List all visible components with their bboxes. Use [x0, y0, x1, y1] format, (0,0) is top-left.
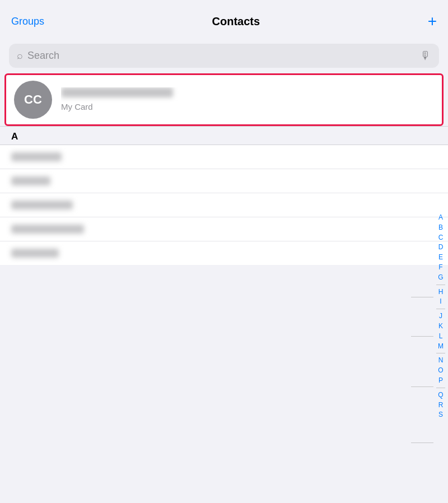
- alpha-letter-O[interactable]: O: [436, 366, 446, 375]
- alpha-letter-G[interactable]: G: [436, 273, 446, 282]
- alpha-letter-L[interactable]: L: [436, 332, 446, 341]
- contact-name-blurred: [11, 201, 73, 209]
- my-card-item[interactable]: CC My Card: [4, 73, 444, 126]
- section-header-a: A: [0, 126, 448, 145]
- alpha-letter-K[interactable]: K: [436, 322, 446, 331]
- alpha-letter-Q[interactable]: Q: [436, 390, 446, 400]
- alpha-letter-M[interactable]: M: [436, 342, 446, 351]
- alpha-letter-F[interactable]: F: [436, 263, 446, 272]
- separator-line: [411, 386, 433, 387]
- search-bar[interactable]: ⌕ 🎙: [9, 44, 439, 68]
- alpha-letter-R[interactable]: R: [436, 400, 446, 410]
- avatar: CC: [14, 81, 52, 119]
- alpha-letter-H[interactable]: H: [436, 287, 446, 297]
- my-card-name-blurred: [61, 87, 173, 97]
- alpha-letter-E[interactable]: E: [436, 253, 446, 262]
- alpha-letter-N[interactable]: N: [436, 356, 446, 365]
- contact-list: [0, 145, 448, 265]
- alpha-divider: [436, 309, 445, 309]
- contact-name-blurred: [11, 176, 50, 185]
- alpha-divider: [436, 285, 445, 285]
- alpha-letter-A[interactable]: A: [436, 213, 446, 222]
- alpha-letter-S[interactable]: S: [436, 410, 446, 420]
- search-icon: ⌕: [17, 50, 23, 62]
- alpha-letter-J[interactable]: J: [436, 311, 446, 321]
- groups-button[interactable]: Groups: [11, 16, 44, 27]
- alpha-letter-C[interactable]: C: [436, 233, 446, 243]
- list-item[interactable]: [0, 193, 448, 217]
- section-label-a: A: [11, 131, 18, 142]
- separator-line: [411, 297, 433, 297]
- alpha-letter-B[interactable]: B: [436, 223, 446, 232]
- alpha-divider: [436, 388, 445, 388]
- add-contact-button[interactable]: +: [428, 13, 437, 29]
- my-card-info: My Card: [61, 87, 434, 112]
- header: Groups Contacts +: [0, 0, 448, 39]
- list-item[interactable]: [0, 241, 448, 265]
- alpha-letter-I[interactable]: I: [436, 297, 446, 306]
- alphabet-index: ABCDEFGHIJKLMNOPQRS: [436, 213, 446, 420]
- microphone-icon[interactable]: 🎙: [420, 49, 431, 62]
- separator-line: [411, 443, 433, 443]
- my-card-label: My Card: [61, 102, 93, 111]
- contact-name-blurred: [11, 225, 84, 234]
- list-item[interactable]: [0, 145, 448, 169]
- alpha-divider: [436, 353, 445, 353]
- separator-line: [411, 336, 433, 337]
- contact-name-blurred: [11, 249, 59, 258]
- contact-name-blurred: [11, 152, 62, 161]
- search-bar-container: ⌕ 🎙: [0, 39, 448, 73]
- avatar-initials: CC: [24, 92, 42, 107]
- alpha-letter-P[interactable]: P: [436, 376, 446, 385]
- list-item[interactable]: [0, 217, 448, 241]
- search-input[interactable]: [27, 50, 416, 62]
- alpha-letter-D[interactable]: D: [436, 243, 446, 252]
- page-title: Contacts: [212, 15, 260, 28]
- list-item[interactable]: [0, 169, 448, 193]
